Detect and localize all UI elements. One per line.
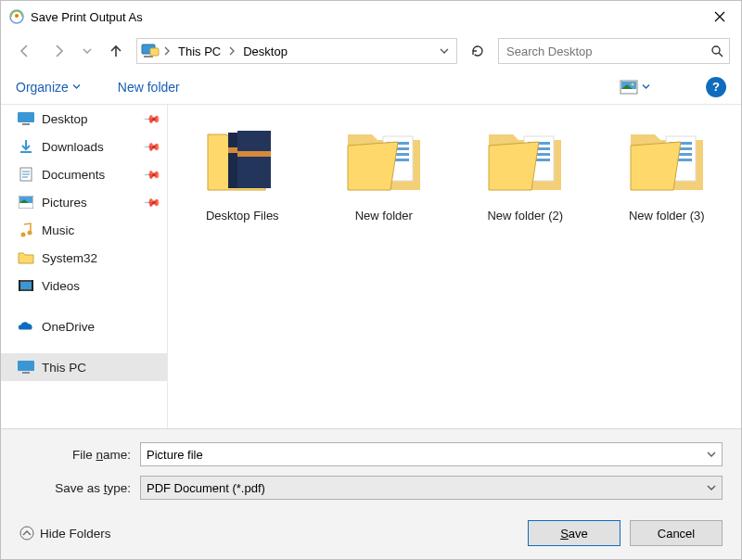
downloads-icon [18,138,34,155]
hide-folders-label: Hide Folders [40,527,111,541]
toolbar: Organize New folder ? [1,70,741,105]
chevron-down-icon [72,83,81,91]
pin-icon: 📌 [143,193,162,212]
folder-item[interactable]: New folder (3) [615,123,720,223]
file-label: New folder (3) [629,209,705,223]
sidebar-item-label: OneDrive [42,320,95,334]
desktop-icon [18,110,34,127]
window-title: Save Print Output As [31,10,143,24]
sidebar-item-onedrive[interactable]: OneDrive [1,312,167,340]
svg-rect-11 [20,151,32,153]
sidebar-item-label: Downloads [42,140,104,154]
breadcrumb-root[interactable]: This PC [174,43,224,60]
file-list[interactable]: Desktop Files New folder [168,105,741,428]
bottom-panel: File name: Picture file Save as type: PD… [1,428,741,559]
file-label: Desktop Files [206,209,279,223]
save-dialog: Save Print Output As [0,0,742,560]
svg-rect-20 [32,280,33,291]
svg-rect-9 [18,112,34,122]
sidebar-item-desktop[interactable]: Desktop 📌 [1,105,167,133]
address-bar[interactable]: This PC Desktop [136,38,457,64]
svg-rect-19 [19,280,20,291]
pin-icon: 📌 [143,109,162,129]
svg-rect-25 [237,131,271,188]
folder-item[interactable]: New folder (2) [473,123,578,223]
videos-icon [18,277,34,294]
sidebar-item-label: Videos [42,279,80,293]
svg-point-16 [28,231,32,235]
sidebar[interactable]: Desktop 📌 Downloads 📌 Documents 📌 Pictur… [1,105,168,428]
hide-folders-button[interactable]: Hide Folders [19,526,111,541]
folder-icon [625,123,709,197]
svg-point-8 [632,83,634,85]
sidebar-item-documents[interactable]: Documents 📌 [1,160,167,188]
app-icon [8,8,25,25]
search-input[interactable] [505,44,710,59]
pin-icon: 📌 [143,137,162,157]
folder-item[interactable]: Desktop Files [190,123,295,223]
filename-input[interactable]: Picture file [140,442,723,466]
sidebar-item-videos[interactable]: Videos [1,272,167,299]
svg-point-15 [21,233,26,237]
chevron-right-icon [228,46,236,56]
documents-icon [18,166,34,183]
folder-item[interactable]: New folder [332,123,437,223]
filename-value: Picture file [147,448,203,462]
sidebar-item-thispc[interactable]: This PC [1,353,167,381]
folder-icon [342,123,426,197]
chevron-down-icon[interactable] [707,450,716,459]
recent-dropdown[interactable] [79,46,96,56]
sidebar-item-system32[interactable]: System32 [1,244,167,272]
svg-point-5 [712,46,720,54]
cancel-button[interactable]: Cancel [630,520,723,546]
pc-icon [141,43,160,59]
svg-point-42 [20,527,33,540]
onedrive-icon [18,318,34,335]
save-button[interactable]: Save [528,520,620,546]
sidebar-item-music[interactable]: Music [1,216,167,244]
savetype-select[interactable]: PDF Document (*.pdf) [140,476,723,500]
search-icon [710,45,723,57]
cancel-label: Cancel [658,527,695,541]
sidebar-item-pictures[interactable]: Pictures 📌 [1,188,167,216]
search-box[interactable] [498,38,730,64]
sidebar-item-label: This PC [42,361,86,375]
forward-button[interactable] [45,38,71,64]
titlebar: Save Print Output As [1,1,741,32]
up-button[interactable] [103,38,129,64]
svg-point-1 [15,14,19,18]
new-folder-label: New folder [118,80,180,95]
svg-rect-21 [18,361,34,371]
svg-rect-26 [237,151,271,157]
sidebar-item-label: Music [42,223,74,237]
svg-rect-10 [22,123,30,125]
back-button[interactable] [12,38,38,64]
nav-row: This PC Desktop [1,32,741,70]
savetype-label: Save as type: [19,481,140,495]
svg-rect-22 [22,372,30,374]
chevron-up-circle-icon [19,526,34,541]
help-button[interactable]: ? [706,77,726,97]
sidebar-item-label: Pictures [42,196,87,210]
new-folder-button[interactable]: New folder [118,80,180,95]
savetype-value: PDF Document (*.pdf) [147,481,265,495]
organize-menu[interactable]: Organize [16,80,81,95]
sidebar-item-label: Desktop [42,112,88,126]
sidebar-item-label: System32 [42,251,97,265]
close-button[interactable] [698,1,741,32]
breadcrumb-current[interactable]: Desktop [239,43,291,60]
address-dropdown[interactable] [436,46,453,56]
view-mode-menu[interactable] [620,80,650,95]
pin-icon: 📌 [143,165,162,185]
svg-rect-18 [20,282,32,289]
chevron-down-icon[interactable] [707,483,716,492]
chevron-down-icon [642,83,650,91]
folder-icon [483,123,567,197]
sidebar-item-downloads[interactable]: Downloads 📌 [1,133,167,160]
chevron-right-icon [163,46,171,56]
picture-icon [620,80,638,95]
music-icon [18,222,34,238]
folder-icon [200,123,284,197]
folder-icon [18,249,34,266]
refresh-button[interactable] [465,38,491,64]
